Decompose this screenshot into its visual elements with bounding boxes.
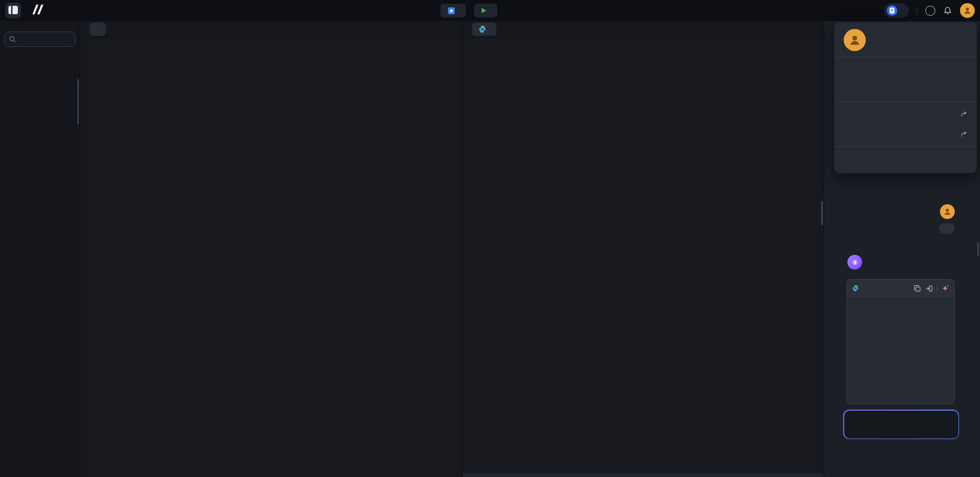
copy-icon[interactable] (914, 285, 921, 292)
problem-body[interactable] (80, 38, 462, 477)
user-avatar-large (844, 29, 866, 51)
sidebar-toggle-button[interactable] (5, 3, 21, 18)
sidebar-scrollbar[interactable] (77, 79, 79, 124)
help-icon[interactable] (925, 6, 935, 16)
user-dropdown-header (834, 22, 977, 57)
code-body[interactable] (463, 38, 824, 477)
sidebar-panel-icon (8, 6, 18, 16)
problem-sidebar (0, 21, 79, 477)
topbar-divider (917, 6, 917, 15)
external-link-icon (960, 111, 967, 118)
editor-panel (463, 21, 824, 477)
search-box (4, 32, 75, 47)
editor-scrollbar[interactable] (821, 201, 823, 225)
menu-item-language[interactable] (834, 80, 977, 100)
bell-icon[interactable] (943, 6, 952, 15)
editor-horizontal-scrollbar[interactable] (463, 473, 824, 477)
sidebar-header (0, 21, 79, 28)
ai-code-card-header (847, 280, 954, 297)
user-message-bubble (939, 223, 955, 234)
add-problem-icon (448, 7, 455, 14)
ai-code-body (847, 297, 954, 306)
problem-panel (80, 21, 462, 477)
problem-list (0, 81, 79, 477)
actions-divider (937, 285, 937, 292)
topbar (0, 0, 980, 21)
share-doc-icon (887, 5, 897, 16)
menu-section-links (834, 102, 977, 146)
menu-item-workspace[interactable] (834, 124, 977, 144)
menu-section-preferences (834, 57, 977, 102)
topbar-center (441, 4, 497, 17)
chat-user-avatar (940, 204, 955, 219)
sparkle-lamp-icon[interactable] (942, 285, 949, 292)
brand-logo[interactable] (29, 4, 44, 17)
app-root (0, 0, 980, 477)
logo-icon (29, 4, 44, 17)
external-link-icon (960, 131, 967, 138)
ai-code-card (846, 279, 955, 404)
search-icon (9, 36, 16, 43)
editor-panel-header (463, 21, 824, 38)
user-dropdown-menu (834, 22, 977, 173)
topbar-right (884, 3, 975, 18)
chat-user-row (935, 204, 955, 219)
python-icon (478, 25, 486, 33)
menu-item-logout[interactable] (834, 149, 977, 171)
search-input[interactable] (19, 35, 71, 44)
run-button[interactable] (474, 4, 497, 17)
language-tab[interactable] (472, 23, 496, 36)
insert-code-icon[interactable] (925, 285, 933, 292)
user-avatar[interactable] (960, 3, 975, 18)
play-icon (482, 8, 486, 13)
chat-input-box (843, 410, 959, 439)
python-icon (852, 285, 859, 292)
menu-section-logout (834, 146, 977, 173)
topbar-left (0, 3, 44, 18)
add-problem-button[interactable] (441, 4, 466, 17)
problem-panel-header (80, 21, 462, 38)
chat-input[interactable] (851, 415, 952, 424)
code-card-actions (914, 285, 949, 292)
chat-scrollbar[interactable] (977, 242, 979, 256)
ai-sparkle-icon (847, 255, 862, 270)
ai-assistant-row (847, 255, 867, 270)
menu-item-theme[interactable] (834, 59, 977, 80)
problem-tab[interactable] (89, 23, 106, 36)
menu-item-home[interactable] (834, 104, 977, 124)
promo-banner[interactable] (884, 3, 909, 18)
